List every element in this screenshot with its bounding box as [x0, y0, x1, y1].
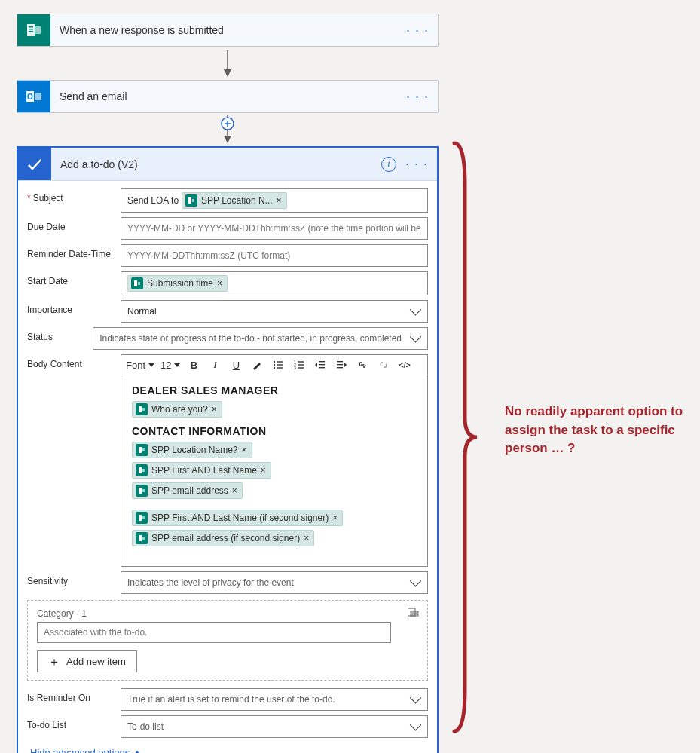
- indent-button[interactable]: [334, 357, 349, 372]
- remove-token-icon[interactable]: ×: [261, 465, 266, 476]
- toggle-view-icon[interactable]: [408, 607, 420, 619]
- forms-token-icon: [185, 194, 197, 207]
- todolist-select[interactable]: To-do list: [121, 715, 428, 738]
- svg-rect-2: [29, 29, 33, 30]
- sensitivity-select[interactable]: Indicates the level of privacy for the e…: [121, 571, 428, 594]
- remove-token-icon[interactable]: ×: [232, 485, 237, 496]
- svg-rect-51: [139, 535, 142, 541]
- chevron-down-icon: [174, 363, 180, 367]
- svg-rect-44: [142, 448, 145, 451]
- isreminder-select[interactable]: True if an alert is set to remind the us…: [121, 688, 428, 711]
- svg-rect-46: [142, 469, 145, 472]
- remove-token-icon[interactable]: ×: [212, 404, 217, 415]
- subject-label: *Subject: [27, 188, 121, 208]
- hide-advanced-link[interactable]: Hide advanced options: [27, 742, 143, 753]
- svg-rect-55: [411, 614, 418, 616]
- action-title: Add a to-do (V2): [51, 148, 372, 180]
- svg-rect-50: [142, 516, 145, 519]
- dynamic-token[interactable]: SPP email address×: [132, 482, 243, 499]
- svg-rect-21: [277, 361, 283, 362]
- code-view-button[interactable]: </>: [397, 357, 412, 372]
- flow-column: When a new response is submitted · · · O…: [17, 14, 439, 753]
- dynamic-token[interactable]: Who are you? ×: [132, 401, 222, 418]
- dynamic-token[interactable]: SPP First AND Last Name×: [132, 462, 271, 479]
- add-new-item-button[interactable]: ＋ Add new item: [37, 650, 137, 672]
- dynamic-token[interactable]: SPP email address (if second signer)×: [132, 530, 314, 546]
- svg-text:O: O: [27, 93, 33, 101]
- remove-token-icon[interactable]: ×: [217, 278, 222, 289]
- italic-button[interactable]: I: [207, 357, 222, 372]
- flow-arrow: [17, 50, 439, 77]
- more-icon[interactable]: · · ·: [406, 89, 429, 105]
- category-label: Category - 1: [37, 608, 418, 619]
- forms-token-icon: [136, 464, 148, 476]
- dynamic-token[interactable]: SPP Location N... ×: [182, 192, 287, 209]
- number-list-button[interactable]: 123: [292, 357, 307, 372]
- svg-rect-52: [142, 537, 145, 540]
- svg-rect-3: [29, 31, 33, 32]
- annotation-brace: [448, 139, 478, 736]
- size-select[interactable]: 12: [160, 360, 180, 371]
- underline-button[interactable]: U: [228, 357, 243, 372]
- svg-rect-27: [298, 361, 304, 362]
- remove-token-icon[interactable]: ×: [242, 445, 247, 455]
- unlink-button[interactable]: [376, 357, 391, 372]
- action-card-email[interactable]: O Send an email · · ·: [17, 80, 439, 113]
- startdate-input[interactable]: Submission time ×: [121, 271, 428, 295]
- trigger-card-forms[interactable]: When a new response is submitted · · ·: [17, 14, 439, 47]
- startdate-label: Start Date: [27, 271, 121, 291]
- sensitivity-label: Sensitivity: [27, 571, 121, 591]
- svg-rect-48: [142, 489, 145, 492]
- svg-rect-23: [277, 364, 283, 365]
- bold-button[interactable]: B: [186, 357, 201, 372]
- forms-token-icon: [136, 403, 148, 415]
- more-icon[interactable]: · · ·: [406, 23, 429, 38]
- svg-rect-25: [277, 367, 283, 368]
- dynamic-token[interactable]: SPP First AND Last Name (if second signe…: [132, 510, 343, 526]
- subject-input[interactable]: Send LOA to SPP Location N... ×: [121, 188, 428, 213]
- remove-token-icon[interactable]: ×: [332, 513, 338, 523]
- category-input[interactable]: [37, 622, 391, 643]
- bullet-list-button[interactable]: [271, 357, 286, 372]
- reminder-label: Reminder Date-Time: [27, 244, 121, 264]
- font-select[interactable]: Font: [126, 360, 154, 371]
- reminder-input[interactable]: [121, 244, 428, 267]
- trigger-title: When a new response is submitted: [50, 14, 397, 46]
- svg-rect-37: [337, 364, 343, 365]
- editor-body[interactable]: DEALER SALES MANAGER Who are you? × CONT…: [121, 375, 427, 566]
- status-label: Status: [27, 327, 93, 347]
- body-label: Body Content: [27, 354, 121, 374]
- more-icon[interactable]: · · ·: [405, 156, 428, 172]
- svg-rect-17: [192, 199, 194, 202]
- body-heading-2: CONTACT INFORMATION: [132, 425, 417, 437]
- info-icon[interactable]: i: [381, 157, 396, 172]
- svg-rect-9: [35, 93, 41, 96]
- highlight-button[interactable]: [249, 357, 264, 372]
- status-select[interactable]: Indicates state or progress of the to-do…: [93, 327, 428, 350]
- link-button[interactable]: [355, 357, 370, 372]
- svg-marker-35: [315, 363, 317, 367]
- svg-rect-16: [188, 197, 191, 204]
- isreminder-label: Is Reminder On: [27, 688, 121, 708]
- svg-rect-45: [139, 467, 142, 473]
- outdent-button[interactable]: [313, 357, 328, 372]
- remove-token-icon[interactable]: ×: [277, 195, 282, 206]
- svg-text:</>: </>: [399, 360, 411, 369]
- duedate-label: Due Date: [27, 217, 121, 237]
- remove-token-icon[interactable]: ×: [304, 533, 309, 543]
- svg-text:3: 3: [294, 366, 296, 370]
- svg-rect-29: [298, 364, 304, 365]
- svg-marker-12: [224, 136, 231, 143]
- svg-point-24: [274, 367, 275, 369]
- category-section: Category - 1 ＋ Add new item: [27, 600, 428, 681]
- svg-rect-10: [35, 96, 41, 100]
- dynamic-token[interactable]: SPP Location Name?×: [132, 442, 252, 458]
- todolist-label: To-do List: [27, 715, 121, 735]
- importance-select[interactable]: Normal: [121, 300, 428, 323]
- forms-token-icon: [136, 485, 148, 497]
- forms-token-icon: [136, 512, 148, 524]
- duedate-input[interactable]: [121, 217, 428, 240]
- dynamic-token[interactable]: Submission time ×: [127, 275, 228, 292]
- svg-rect-19: [138, 282, 140, 285]
- body-editor[interactable]: Font 12 B I U 123 </>: [121, 354, 428, 567]
